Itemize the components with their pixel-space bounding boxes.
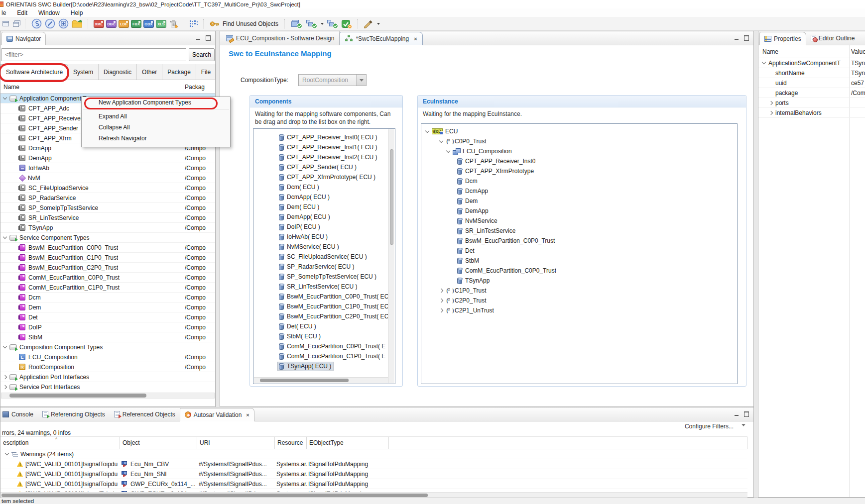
tree-row-sp-someiptptestservice[interactable]: SP_SomeIpTpTestService/Compo xyxy=(0,203,215,213)
menu-item-collapse-all[interactable]: Collapse All xyxy=(82,122,230,133)
column-header-uri[interactable]: URI xyxy=(197,437,275,449)
menu-help[interactable]: Help xyxy=(71,9,83,16)
minimize-button[interactable] xyxy=(195,35,202,41)
tree-row-tsynapp[interactable]: TSynApp/Compo xyxy=(0,223,215,233)
column-header-resource[interactable]: Resource xyxy=(275,437,307,449)
tab-console[interactable]: Console xyxy=(0,407,38,421)
property-row-applicationswcomponentt[interactable]: ApplicationSwComponentTTSyn xyxy=(758,58,865,68)
horizontal-scrollbar[interactable] xyxy=(254,377,388,383)
tab-package[interactable]: Package xyxy=(162,64,196,80)
chevron-right-icon[interactable] xyxy=(769,101,773,104)
find-unused-button[interactable] xyxy=(208,18,222,30)
tab-properties[interactable]: Properties xyxy=(759,32,806,45)
maximize-button[interactable] xyxy=(743,411,749,417)
tree-row-stbm[interactable]: StbM/Compo xyxy=(0,332,215,342)
tree-row-nvm[interactable]: NvM/Compo xyxy=(0,173,215,183)
property-row-uuid[interactable]: uuidce57 xyxy=(758,78,865,88)
component-item-comm-ecucpartition-c0p0-trust-e[interactable]: ComM_EcucPartition_C0P0_Trust( E xyxy=(254,341,388,351)
search-button[interactable]: Search xyxy=(189,48,215,61)
view-customize-button[interactable] xyxy=(188,18,200,30)
ecu-tree-row-stbm[interactable]: StbM xyxy=(421,256,737,266)
component-item-det-ecu[interactable]: Det( ECU ) xyxy=(254,321,388,331)
tree-row-sp-radarservice[interactable]: SP_RadarService/Compo xyxy=(0,193,215,203)
component-item-dem-ecu[interactable]: Dem( ECU ) xyxy=(254,202,388,212)
tab-editor-outline[interactable]: Editor Outline xyxy=(806,31,860,45)
minimize-button[interactable] xyxy=(734,35,740,41)
ecu-tree-row-dcm[interactable]: Dcm xyxy=(421,176,737,186)
ecu-tree-row-cpt-app-receiver-inst0[interactable]: CPT_APP_Receiver_Inst0 xyxy=(421,156,737,166)
tree-row-bswm-ecucpartition-c2p0-trust[interactable]: BswM_EcucPartition_C2P0_Trust/Compo xyxy=(0,263,215,273)
composition-type-select[interactable]: RootComposition xyxy=(298,74,367,86)
editor-tab-ecu-composition-software-design[interactable]: ECU_Composition - Software Design xyxy=(221,31,340,45)
menu-item-new-application-component-types[interactable]: New Application Component Types xyxy=(82,97,230,108)
component-item-doip-ecu[interactable]: DoIP( ECU ) xyxy=(254,222,388,232)
chevron-down-icon[interactable] xyxy=(762,60,766,64)
property-row-shortname[interactable]: shortNameTSyn xyxy=(758,68,865,78)
ecu-tree-row-det[interactable]: Det xyxy=(421,246,737,256)
chevron-right-icon[interactable] xyxy=(439,299,443,302)
component-item-sr-lintestservice-ecu[interactable]: SR_LinTestService( ECU ) xyxy=(254,282,388,292)
tab-referencing-objects[interactable]: Referencing Objects xyxy=(38,407,110,421)
ecu-tree-row-ecu[interactable]: ECU xyxy=(421,126,737,136)
horizontal-scrollbar[interactable] xyxy=(1,393,215,399)
tree-row-composition-component-types[interactable]: Composition Component Types xyxy=(0,342,215,352)
minimize-button[interactable] xyxy=(734,411,740,417)
component-item-cpt-app-sender-ecu[interactable]: CPT_APP_Sender( ECU ) xyxy=(254,162,388,172)
export-fbx-button[interactable]: FBX xyxy=(131,20,141,28)
chevron-down-icon[interactable] xyxy=(446,148,450,152)
scrollbar-thumb[interactable] xyxy=(390,149,393,245)
component-item-cpt-app-xfrmprototype-ecu[interactable]: CPT_APP_XfrmPrototype( ECU ) xyxy=(254,172,388,182)
chevron-down-icon[interactable] xyxy=(3,96,7,100)
tab-navigator[interactable]: Navigator xyxy=(1,32,46,45)
delete-button[interactable] xyxy=(167,18,180,30)
chevron-down-icon[interactable] xyxy=(321,23,324,25)
ecu-tree-row-sr-lintestservice[interactable]: SR_LinTestService xyxy=(421,226,737,236)
tab-other[interactable]: Other xyxy=(137,64,162,80)
chevron-down-icon[interactable] xyxy=(3,344,7,348)
tree-row-application-port-interfaces[interactable]: Application Port Interfaces xyxy=(0,372,215,382)
validate-project-button[interactable] xyxy=(325,18,340,30)
tree-row-det[interactable]: Det/Compo xyxy=(0,312,215,322)
ecu-tree-row-dem[interactable]: Dem xyxy=(421,196,737,206)
component-item-iohwab-ecu[interactable]: IoHwAb( ECU ) xyxy=(254,232,388,242)
connect-button[interactable] xyxy=(30,18,43,30)
find-unused-label[interactable]: Find Unused Objects xyxy=(223,20,278,27)
validate-model-button[interactable] xyxy=(289,18,304,30)
component-item-dcmapp-ecu[interactable]: DcmApp( ECU ) xyxy=(254,192,388,202)
export-xml-button[interactable]: XML xyxy=(94,20,104,28)
component-item-bswm-ecucpartition-c1p0-trust-ec[interactable]: BswM_EcucPartition_C1P0_Trust( EC xyxy=(254,302,388,311)
tree-row-demapp[interactable]: DemApp/Compo xyxy=(0,153,215,163)
filter-input[interactable] xyxy=(1,48,186,61)
close-icon[interactable]: × xyxy=(414,36,417,42)
chevron-right-icon[interactable] xyxy=(3,385,7,389)
scrollbar-thumb[interactable] xyxy=(9,394,146,398)
tree-row-bswm-ecucpartition-c1p0-trust[interactable]: BswM_EcucPartition_C1P0_Trust/Compo xyxy=(0,253,215,263)
column-header-escription[interactable]: escription^ xyxy=(0,437,120,449)
add-element-button[interactable] xyxy=(57,18,70,30)
chevron-down-icon[interactable] xyxy=(377,23,380,25)
tree-row-sc-fileuploadservice[interactable]: SC_FileUploadService/Compo xyxy=(0,183,215,193)
column-header-eobjecttype[interactable]: EObjectType xyxy=(307,437,389,449)
validation-row-gwp-ecurx-0x114[interactable]: [SWC_VALID_00101]IsignalToipduGWP_ECURx_… xyxy=(0,479,747,489)
tree-row-doip[interactable]: DoIP/Compo xyxy=(0,322,215,332)
component-item-tsynapp-ecu[interactable]: TSynApp( ECU ) xyxy=(254,361,388,371)
ecu-tree-row-c1p0-trust[interactable]: C1P0_Trust xyxy=(421,286,737,296)
tree-row-iohwab[interactable]: IoHwAb/Compo xyxy=(0,163,215,173)
package-column-header[interactable]: Packag xyxy=(185,84,205,91)
property-row-internalbehaviors[interactable]: internalBehaviors xyxy=(758,108,865,118)
chevron-right-icon[interactable] xyxy=(439,308,443,312)
ecu-tree-row-c2p1-untrust[interactable]: C2P1_UnTrust xyxy=(421,305,737,315)
component-item-sc-fileuploadservice-ecu[interactable]: SC_FileUploadService( ECU ) xyxy=(254,252,388,262)
menu-item-refresh-navigator[interactable]: Refresh Navigator xyxy=(82,133,230,144)
maximize-button[interactable] xyxy=(205,35,211,41)
property-row-ports[interactable]: ports xyxy=(758,98,865,108)
component-item-sp-radarservice-ecu[interactable]: SP_RadarService( ECU ) xyxy=(254,262,388,272)
ecu-tree-row-ecu-composition[interactable]: ECU_Composition xyxy=(421,146,737,156)
export-odx-button[interactable]: ODX xyxy=(143,20,154,28)
tree-row-sr-lintestservice[interactable]: SR_LinTestService/Compo xyxy=(0,213,215,223)
tree-row-comm-ecucpartition-c0p0-trust[interactable]: ComM_EcucPartition_C0P0_Trust/Compo xyxy=(0,273,215,283)
chevron-down-icon[interactable] xyxy=(439,138,443,142)
component-item-stbm-ecu[interactable]: StbM( ECU ) xyxy=(254,331,388,341)
run-validation-button[interactable] xyxy=(340,18,354,30)
validate-selection-button[interactable] xyxy=(304,18,319,30)
